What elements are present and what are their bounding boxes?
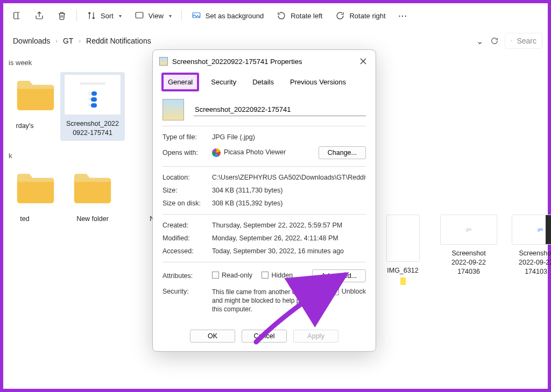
item-label: IMG_6312 — [380, 266, 426, 275]
dialog-footer: OK Cancel Apply — [153, 324, 376, 351]
cancel-button[interactable]: Cancel — [242, 330, 287, 343]
tab-previous-versions[interactable]: Previous Versions — [286, 75, 350, 89]
security-label: Security: — [163, 288, 207, 295]
item-label: rday's — [9, 122, 41, 131]
tab-details[interactable]: Details — [248, 75, 278, 89]
hidden-checkbox[interactable]: Hidden — [262, 272, 293, 279]
size-value: 304 KB (311,730 bytes) — [212, 187, 366, 194]
item-label: Screenshot_2022 0922-175741 — [61, 119, 124, 138]
breadcrumb-downloads[interactable]: Downloads — [13, 37, 50, 45]
breadcrumb-reddit[interactable]: Reddit Notifications — [86, 37, 151, 45]
dialog-tabs: General Security Details Previous Versio… — [153, 73, 376, 91]
share-icon[interactable] — [29, 8, 50, 24]
svg-rect-0 — [14, 12, 18, 19]
rotate-right-label: Rotate right — [349, 12, 385, 20]
search-input[interactable]: Searc — [505, 33, 542, 49]
view-button[interactable]: View▾ — [129, 8, 177, 24]
modified-value: Monday, September 26, 2022, 4:11:48 PM — [212, 234, 366, 242]
type-label: Type of file: — [163, 133, 207, 141]
tab-general[interactable]: General — [161, 73, 199, 91]
refresh-icon[interactable] — [490, 36, 499, 46]
dialog-title: Screenshot_20220922-175741 Properties — [172, 58, 302, 66]
breadcrumb[interactable]: Downloads › GT › Reddit Notifications — [9, 34, 156, 47]
properties-dialog: Screenshot_20220922-175741 Properties Ge… — [152, 49, 376, 352]
sort-button[interactable]: Sort▾ — [81, 8, 127, 24]
svg-point-3 — [511, 40, 512, 41]
size-on-disk-value: 308 KB (315,392 bytes) — [212, 199, 366, 207]
item-label: Screenshot 2022-09-22 174036 — [436, 249, 501, 276]
more-button[interactable]: ··· — [393, 9, 413, 23]
toolbar: Sort▾ View▾ Set as background Rotate lef… — [3, 3, 548, 28]
delete-icon[interactable] — [52, 8, 72, 24]
advanced-button[interactable]: Advanced... — [312, 269, 366, 282]
item-label: Screenshot 2022-09-22 174103 — [512, 249, 551, 276]
search-placeholder: Searc — [517, 37, 536, 45]
file-item-selected[interactable]: Screenshot_2022 0922-175741 — [60, 72, 125, 141]
file-thumbnail — [163, 99, 184, 120]
folder-item[interactable]: New folder — [60, 165, 125, 224]
chevron-right-icon: › — [53, 38, 60, 44]
rename-icon[interactable] — [6, 8, 27, 24]
unblock-checkbox[interactable]: Unblock — [332, 288, 366, 295]
location-value: C:\Users\ZEPHYRUS GA502\Downloads\GT\Red… — [212, 174, 366, 181]
chevron-right-icon: › — [76, 38, 83, 44]
created-value: Thursday, September 22, 2022, 5:59:57 PM — [212, 222, 366, 229]
view-label: View — [149, 12, 164, 20]
opens-with-value: Picasa Photo Viewer — [212, 148, 313, 157]
change-button[interactable]: Change... — [319, 146, 366, 159]
file-item[interactable]: gle Screenshot 2022-09-22 174103 — [512, 215, 551, 285]
folder-item[interactable]: ted — [9, 165, 41, 224]
file-icon — [159, 57, 168, 66]
folder-item[interactable]: rday's — [9, 72, 41, 131]
type-value: JPG File (.jpg) — [212, 133, 366, 141]
rotate-left-button[interactable]: Rotate left — [271, 8, 328, 24]
tab-security[interactable]: Security — [207, 75, 241, 89]
chevron-down-icon: ▾ — [119, 13, 122, 19]
created-label: Created: — [163, 222, 207, 229]
svg-rect-1 — [136, 12, 143, 18]
breadcrumb-gt[interactable]: GT — [63, 37, 73, 45]
attributes-label: Attributes: — [163, 272, 207, 280]
opens-with-label: Opens with: — [163, 149, 207, 156]
rotate-right-button[interactable]: Rotate right — [330, 8, 391, 24]
readonly-checkbox[interactable]: Read-only — [212, 272, 252, 279]
location-label: Location: — [163, 174, 207, 181]
file-item[interactable]: IMG_6312 — [380, 215, 426, 285]
dialog-titlebar: Screenshot_20220922-175741 Properties — [153, 50, 376, 73]
chevron-down-icon: ▾ — [169, 13, 172, 19]
set-background-button[interactable]: Set as background — [186, 8, 269, 24]
set-background-label: Set as background — [206, 12, 264, 20]
filename-input[interactable] — [194, 103, 366, 116]
picasa-icon — [212, 148, 221, 157]
accessed-label: Accessed: — [163, 247, 207, 255]
accessed-value: Today, September 30, 2022, 16 minutes ag… — [212, 247, 366, 255]
rotate-left-label: Rotate left — [291, 12, 322, 20]
apply-button[interactable]: Apply — [293, 330, 338, 343]
size-on-disk-label: Size on disk: — [163, 199, 207, 207]
file-item[interactable]: gle Screenshot 2022-09-22 174036 — [436, 215, 501, 285]
chevron-down-icon[interactable]: ⌄ — [475, 36, 484, 46]
close-icon[interactable] — [357, 55, 369, 67]
size-label: Size: — [163, 187, 207, 194]
search-icon — [511, 37, 512, 45]
ok-button[interactable]: OK — [190, 330, 235, 343]
security-text: This file came from another computer and… — [212, 288, 327, 314]
modified-label: Modified: — [163, 234, 207, 242]
item-label: New folder — [60, 215, 125, 224]
item-label: ted — [9, 215, 41, 224]
sort-label: Sort — [101, 12, 114, 20]
